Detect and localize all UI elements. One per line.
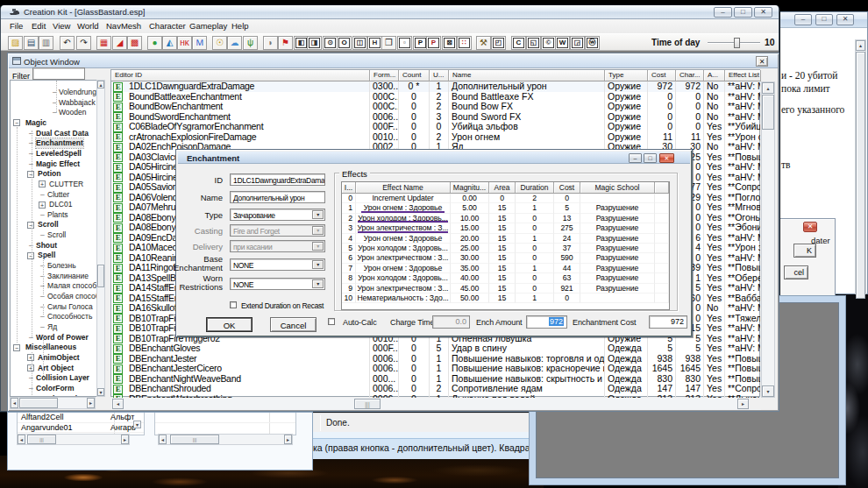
tree-item-label[interactable]: Wooden xyxy=(59,108,87,117)
close-icon[interactable]: ✕ xyxy=(754,7,772,18)
tree-item-clutter[interactable]: +CLUTTER xyxy=(11,180,96,190)
collapse-icon[interactable]: − xyxy=(27,252,34,259)
sky-icon[interactable]: ☁ xyxy=(227,36,242,50)
cell-object-list[interactable] xyxy=(154,413,296,435)
menu-help[interactable]: Help xyxy=(231,21,249,31)
tree-item-label[interactable]: Болезнь xyxy=(47,261,76,271)
container-icon[interactable]: ◨ xyxy=(307,36,322,50)
preferences-icon[interactable]: ▥ xyxy=(39,36,53,50)
background-window-titlebar[interactable]: ‒ □ ✕ xyxy=(780,12,867,28)
effect-row[interactable]: 1Урон огнем : Здоровье5.001515Разрушение xyxy=(342,203,669,213)
tree-item-dual-cast-data[interactable]: –Dual Cast Data xyxy=(11,129,96,139)
water-circle-icon[interactable]: ⓦ xyxy=(585,36,600,50)
snap-grid-icon[interactable]: ▦ xyxy=(96,36,111,50)
snap-angle-icon[interactable]: ◢ xyxy=(112,36,127,50)
table-row[interactable]: EDBEnchantJester0006...01Повышение навык… xyxy=(111,354,760,364)
document-vertical-scrollbar[interactable]: ▴ xyxy=(855,39,866,294)
scroll-right-icon[interactable]: ▸ xyxy=(87,398,95,408)
extend-duration-checkbox[interactable] xyxy=(230,301,237,308)
cancel-button[interactable]: Cancel xyxy=(270,317,317,332)
column-header-a[interactable]: A... xyxy=(704,70,725,81)
minimize-icon[interactable]: ‒ xyxy=(629,153,642,163)
tree-item-label[interactable]: Volendrung xyxy=(59,88,96,97)
tree-item-label[interactable]: Заклинание xyxy=(47,272,89,281)
cancel-button-partial[interactable]: cel xyxy=(784,265,808,279)
scroll-down-icon[interactable]: ▾ xyxy=(97,388,104,396)
tree-item-potion[interactable]: −Potion xyxy=(11,169,96,180)
tree-item-label[interactable]: Малая способность xyxy=(47,281,96,291)
scroll-right-icon[interactable]: ▸ xyxy=(737,399,749,409)
world-sphere-icon[interactable]: ● xyxy=(147,36,162,50)
cell-row[interactable]: Angarvunde01Ангарв xyxy=(18,423,144,434)
size-grip[interactable] xyxy=(750,398,761,409)
menu-view[interactable]: View xyxy=(53,21,70,31)
filter-input[interactable] xyxy=(32,67,85,80)
tree-item-dlc01[interactable]: +DLC01 xyxy=(11,200,96,210)
table-row[interactable]: E1DLC1DawnguardExtraDamage0300...0 *1Доп… xyxy=(111,81,760,92)
occlusion-icon[interactable]: O xyxy=(337,36,352,50)
tree-item-collision-layer[interactable]: –Collision Layer xyxy=(11,373,96,384)
tree-item-leveledspell[interactable]: –LeveledSpell xyxy=(11,149,96,159)
tree-item-label[interactable]: DLC01 xyxy=(49,200,72,209)
cell-list-horizontal-scrollbar[interactable]: ◂ ||| ▸ xyxy=(17,434,130,445)
tree-item-magic[interactable]: −Magic xyxy=(11,118,96,129)
tree-item-болезнь[interactable]: –Болезнь xyxy=(11,261,96,272)
time-of-day-slider[interactable] xyxy=(708,42,760,44)
tree-item-label[interactable]: ColorForm xyxy=(36,384,74,393)
effect-row[interactable]: 7Урон огнем : Здоровье35.0015144Разрушен… xyxy=(342,264,669,273)
tree-item-label[interactable]: Способность xyxy=(47,312,92,322)
tree-item-enchantment[interactable]: –Enchantment xyxy=(11,138,96,149)
scroll-down-icon[interactable]: ▾ xyxy=(133,421,141,428)
id-input[interactable]: 1DLC1DawnguardExtraDamag xyxy=(230,173,325,186)
tree-item-заклинание[interactable]: –Заклинание xyxy=(11,272,96,282)
column-header-type[interactable]: Type xyxy=(605,70,648,81)
column-header-cost[interactable]: Cost xyxy=(648,70,676,81)
category-tree[interactable]: –Volendrung–Wabbajack–Wooden−Magic–Dual … xyxy=(10,80,96,397)
effects-column-magnitu[interactable]: Magnitu... xyxy=(451,182,489,194)
effect-row[interactable]: 10Нематериальность : Здо...50.001510 xyxy=(342,294,669,303)
tree-item-word-of-power[interactable]: –Word of Power xyxy=(11,333,96,343)
slider-thumb[interactable] xyxy=(734,38,740,48)
effect-row[interactable]: 5Урон холодом : Здоровь...25.0015037Разр… xyxy=(342,244,669,253)
tree-item-volendrung[interactable]: –Volendrung xyxy=(11,88,96,98)
main-titlebar[interactable]: Creation Kit - [GlassBastard.esp] ‒ □ ✕ xyxy=(1,5,779,19)
tree-item-plants[interactable]: –Plants xyxy=(11,210,96,221)
tree-item-label[interactable]: Magic Effect xyxy=(36,159,80,169)
undo-icon[interactable]: ↶ xyxy=(60,36,75,50)
effect-row[interactable]: 2Урон холодом : Здоровь...10.0015013Разр… xyxy=(342,214,669,223)
tree-item-art-object[interactable]: +Art Object xyxy=(11,364,96,374)
marker-flag-icon[interactable]: ⚑ xyxy=(278,36,293,50)
tree-item-label[interactable]: Shout xyxy=(36,241,57,251)
scrollbar-thumb[interactable]: ||| xyxy=(27,435,56,444)
tree-item-label[interactable]: Dual Cast Data xyxy=(36,129,89,138)
close-icon[interactable]: ✕ xyxy=(803,222,817,232)
column-header-name[interactable]: Name xyxy=(449,70,605,81)
tree-item-scroll[interactable]: −Scroll xyxy=(11,220,96,230)
tree-item-label[interactable]: Magic xyxy=(25,118,46,128)
scroll-up-icon[interactable]: ▴ xyxy=(97,81,104,88)
tree-item-miscellaneous[interactable]: −Miscellaneous xyxy=(11,343,96,353)
effect-row[interactable]: 6Урон электричеством : З...30.00150590Ра… xyxy=(342,253,669,263)
chevron-down-icon[interactable]: ▾ xyxy=(312,260,324,269)
effect-row[interactable]: 3Урон электричеством : З...15.00150275Ра… xyxy=(342,223,669,233)
restore-icon[interactable]: □ xyxy=(644,153,657,163)
column-header-form[interactable]: Form... xyxy=(370,70,399,81)
tree-item-label[interactable]: Wabbajack xyxy=(59,98,96,108)
tree-item-label[interactable]: Силы Голоса xyxy=(47,302,93,312)
scrollbar-thumb[interactable] xyxy=(762,95,774,130)
hazard-icon[interactable]: H xyxy=(367,36,382,50)
ok-button-partial[interactable]: K xyxy=(793,244,816,258)
multibound-icon[interactable]: ⊠ xyxy=(442,36,457,50)
tree-item-label[interactable]: CLUTTER xyxy=(49,180,83,189)
scrollbar-thumb[interactable] xyxy=(97,265,104,287)
tree-item-особая-способность[interactable]: –Особая способность xyxy=(11,292,96,302)
auto-calc-checkbox[interactable] xyxy=(328,318,335,325)
chevron-down-icon[interactable]: ▾ xyxy=(312,210,324,219)
tree-item-label[interactable]: LeveledSpell xyxy=(36,149,82,159)
scroll-right-icon[interactable]: ▸ xyxy=(284,435,292,444)
redo-icon[interactable]: ↷ xyxy=(76,36,91,50)
collapse-icon[interactable]: − xyxy=(27,171,34,178)
snap-connect-icon[interactable]: ▩ xyxy=(127,36,142,50)
base-enchantment-dropdown[interactable]: NONE ▾ xyxy=(230,258,325,271)
cell-row[interactable]: Alftand2CellАльфт xyxy=(18,413,144,423)
